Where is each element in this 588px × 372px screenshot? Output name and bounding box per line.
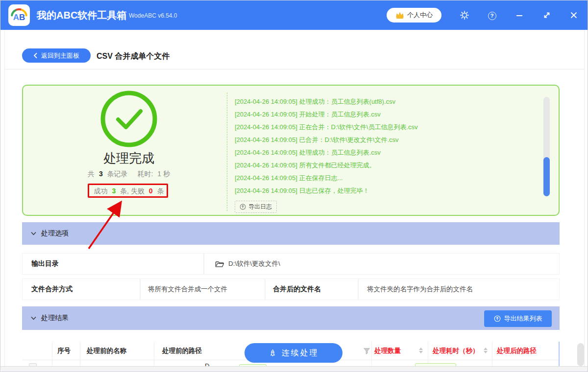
minimize-icon (515, 12, 523, 20)
app-version: WodeABC v6.54.0 (129, 12, 177, 19)
minimize-button[interactable] (514, 10, 525, 21)
column-divider (80, 342, 80, 366)
panel-dashed-divider (227, 93, 227, 211)
app-logo: AB (8, 4, 30, 26)
log-line: [2024-04-26 14:09:05] 正在合并：D:\软件\文件\员工信息… (235, 121, 529, 134)
merged-filename-value: 将文件夹的名字作为合并后的文件名 (367, 285, 473, 294)
log-line: [2024-04-26 14:09:05] 所有文件都已经处理完成。 (235, 159, 529, 172)
help-button[interactable]: ? (487, 10, 497, 21)
window-bottom-scrollbar[interactable] (0, 366, 588, 372)
time-value: 1 秒 (157, 170, 170, 178)
column-header-name-before: 处理前的名称 (87, 342, 126, 360)
export-results-button[interactable]: 导出结果列表 (484, 310, 552, 327)
back-to-dashboard-button[interactable]: 返回到主面板 (22, 48, 91, 63)
titlebar: AB 我的ABC软件工具箱 WodeABC v6.54.0 个人中心 ? (0, 0, 588, 30)
section-header-options[interactable]: 处理选项 (22, 222, 560, 245)
export-log-button[interactable]: 导出日志 (235, 201, 277, 213)
output-dir-label-cell: 输出目录 (22, 253, 204, 275)
merge-mode-label-cell: 文件合并方式 (22, 279, 140, 300)
column-divider (371, 342, 372, 366)
breadcrumb-divider (4, 69, 585, 70)
log-line: [2024-04-26 14:09:05] 处理成功：员工信息列表(utf8).… (235, 95, 529, 108)
log-line: [2024-04-26 14:09:05] 日志已保存，处理完毕！ (235, 185, 529, 197)
status-title: 处理完成 (75, 150, 183, 167)
chevron-down-icon (31, 232, 36, 235)
column-divider (52, 342, 52, 366)
column-header-path-after: 处理后的路径 (497, 342, 537, 360)
sort-icon[interactable] (419, 348, 423, 353)
rocket-icon (269, 349, 277, 357)
column-header-path-before: 处理前的路径 (162, 342, 202, 360)
filter-icon[interactable] (363, 348, 370, 355)
merged-filename-value-cell[interactable]: 将文件夹的名字作为合并后的文件名 (358, 279, 560, 300)
help-icon: ? (488, 12, 496, 20)
close-icon (569, 11, 578, 20)
log-list[interactable]: [2024-04-26 14:09:05] 处理成功：员工信息列表(utf8).… (235, 95, 529, 197)
column-divider (154, 342, 154, 366)
settings-button[interactable] (459, 10, 470, 21)
upload-icon (240, 204, 246, 210)
column-header-count-label: 处理数量 (374, 347, 401, 355)
records-label: 条记录 (107, 170, 128, 178)
merge-mode-value: 将所有文件合并成一个文件 (148, 285, 227, 294)
account-center-button[interactable]: 个人中心 (387, 8, 441, 23)
merge-mode-value-cell[interactable]: 将所有文件合并成一个文件 (140, 279, 265, 300)
account-center-label: 个人中心 (407, 11, 433, 20)
output-dir-label: 输出目录 (23, 259, 59, 268)
log-line: [2024-04-26 14:09:05] 已合并：D:\软件\更改文件\文件.… (235, 134, 529, 146)
logo-letter-a: A (13, 13, 19, 22)
maximize-button[interactable] (541, 10, 552, 21)
log-line: [2024-04-26 14:09:05] 处理成功：员工信息列表.csv (235, 146, 529, 159)
content-border-right (584, 30, 585, 366)
log-line: [2024-04-26 14:09:05] 正在保存日志... (235, 172, 529, 185)
chevron-left-icon (33, 52, 38, 59)
chevron-down-icon (31, 316, 36, 320)
column-divider (428, 342, 428, 366)
maximize-icon (542, 11, 551, 20)
continue-processing-button[interactable]: 连续处理 (245, 343, 343, 363)
total-count: 3 (99, 170, 103, 178)
logo-letter-b: B (19, 13, 25, 22)
folder-icon (215, 260, 224, 268)
output-dir-value: D:\软件\更改文件\ (228, 259, 280, 268)
log-line: [2024-04-26 14:09:05] 开始处理：员工信息列表.csv (235, 108, 529, 121)
log-scrollbar-thumb[interactable] (543, 157, 550, 196)
total-label: 共 (88, 170, 95, 178)
column-header-duration[interactable]: 处理耗时（秒） (433, 342, 479, 360)
column-header-duration-label: 处理耗时（秒） (433, 347, 479, 355)
options-section-title: 处理选项 (41, 229, 69, 238)
logo-letters: AB (8, 13, 30, 23)
success-count: 3 (112, 187, 116, 195)
output-dir-value-cell[interactable]: D:\软件\更改文件\ (204, 253, 560, 275)
export-results-label: 导出结果列表 (504, 314, 542, 323)
page-title: CSV 合并成单个文件 (97, 51, 170, 62)
summary-line: 共 3 条记录 耗时: 1 秒 (50, 170, 207, 179)
table-scrollbar-thumb[interactable] (577, 343, 584, 366)
column-header-count[interactable]: 处理数量 (374, 342, 401, 360)
back-button-label: 返回到主面板 (41, 51, 79, 60)
success-check-icon (98, 89, 159, 149)
outcome-middle-label: 条, 失败 (120, 187, 145, 195)
export-log-label: 导出日志 (248, 203, 272, 211)
continue-processing-label: 连续处理 (282, 348, 319, 358)
content-border-left (4, 30, 5, 366)
time-label: 耗时: (138, 170, 153, 178)
merged-filename-label-cell: 合并后的文件名 (265, 279, 358, 300)
outcome-line: 成功 3 条, 失败 0 条 (50, 187, 207, 196)
column-divider (492, 342, 492, 366)
results-section-title: 处理结果 (41, 314, 69, 323)
column-header-index: 序号 (57, 342, 71, 360)
upload-icon (494, 315, 501, 322)
close-button[interactable] (568, 10, 579, 21)
section-header-results[interactable]: 处理结果 (22, 306, 560, 330)
outcome-tail-label: 条 (157, 187, 164, 195)
crown-icon (395, 12, 404, 19)
gear-icon (460, 10, 469, 20)
merged-filename-label: 合并后的文件名 (266, 285, 321, 294)
app-title: 我的ABC软件工具箱 (37, 9, 126, 22)
sort-icon[interactable] (484, 348, 488, 353)
fail-count: 0 (149, 187, 153, 195)
merge-mode-label: 文件合并方式 (23, 285, 73, 294)
success-label: 成功 (94, 187, 108, 195)
